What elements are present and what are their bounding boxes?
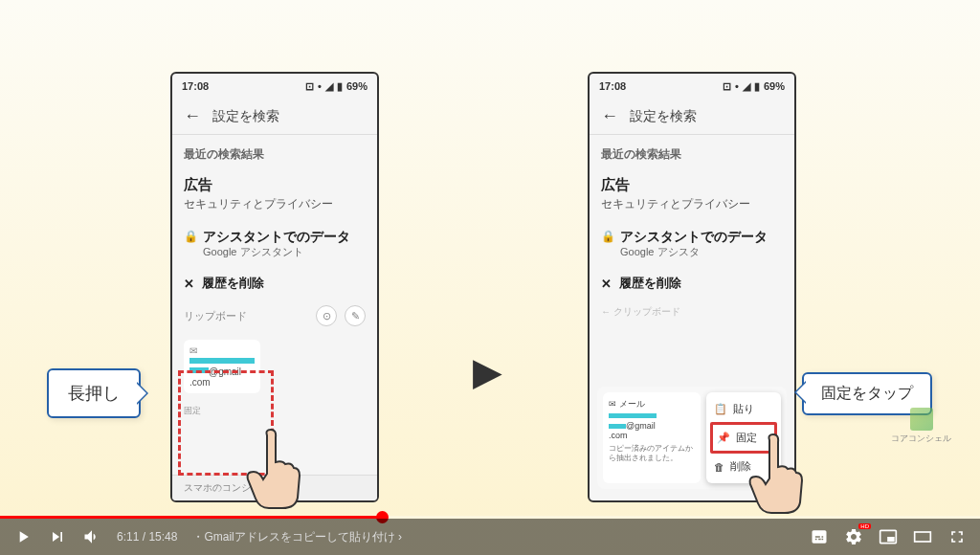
pin-icon: 📌 bbox=[717, 432, 730, 444]
close-icon: ✕ bbox=[184, 277, 194, 291]
result-assistant[interactable]: 🔒 アシスタントでのデータ Google アシスタ bbox=[590, 220, 794, 267]
status-time: 17:08 bbox=[599, 80, 626, 92]
logo-mark-icon bbox=[910, 408, 933, 431]
battery-text: 69% bbox=[764, 80, 785, 92]
callout-text: 固定をタップ bbox=[821, 385, 913, 401]
assistant-sub: Google アシスタ bbox=[620, 245, 768, 259]
section-recent-title: 最近の検索結果 bbox=[590, 135, 794, 168]
phone-screenshot-right: 17:08 ⊡ • ◢ ▮ 69% ← 設定を検索 最近の検索結果 広告 セキュ… bbox=[588, 72, 796, 502]
highlight-dashed-box bbox=[178, 370, 274, 476]
assistant-sub: Google アシスタント bbox=[203, 245, 350, 259]
instagram-icon: ⊡ bbox=[723, 80, 731, 93]
signal-icon: ◢ bbox=[325, 80, 333, 93]
play-button[interactable] bbox=[13, 527, 33, 546]
result-sub: セキュリティとプライバシー bbox=[184, 196, 366, 212]
callout-longpress: 長押し bbox=[47, 368, 141, 418]
search-bar[interactable]: ← 設定を検索 bbox=[172, 99, 377, 135]
instagram-icon: ⊡ bbox=[305, 80, 314, 93]
context-menu: 📋貼り 📌固定 🗑削除 bbox=[706, 392, 781, 483]
battery-text: 69% bbox=[346, 80, 368, 92]
search-input[interactable]: 設定を検索 bbox=[212, 108, 279, 125]
time-display: 6:11 / 15:48 bbox=[117, 530, 177, 544]
signal-icon: ◢ bbox=[743, 80, 750, 93]
result-assistant[interactable]: 🔒 アシスタントでのデータ Google アシスタント bbox=[172, 220, 377, 267]
clear-history[interactable]: ✕ 履歴を削除 bbox=[172, 267, 377, 300]
flow-arrow-icon: ▶ bbox=[473, 349, 502, 393]
search-bar[interactable]: ← 設定を検索 bbox=[590, 99, 794, 135]
mail-icon: ✉ bbox=[189, 345, 255, 356]
trash-icon: 🗑 bbox=[714, 461, 724, 473]
clipboard-panel: ✉ メール @gmail .com コピー済みのアイテムから抽出されました。 📋… bbox=[597, 387, 787, 489]
theater-button[interactable] bbox=[913, 527, 932, 546]
menu-pin[interactable]: 📌固定 bbox=[710, 422, 777, 454]
section-recent-title: 最近の検索結果 bbox=[172, 135, 377, 168]
history-label: 履歴を削除 bbox=[202, 275, 264, 292]
channel-logo: コアコンシェル bbox=[891, 408, 951, 445]
history-label: 履歴を削除 bbox=[619, 275, 681, 292]
mail-label: メール bbox=[619, 399, 645, 409]
video-controls: 6:11 / 15:48 ・Gmailアドレスをコピーして貼り付け › bbox=[0, 519, 980, 555]
status-icons: ⊡ • ◢ ▮ 69% bbox=[723, 80, 785, 93]
paste-icon: 📋 bbox=[714, 403, 727, 415]
volume-button[interactable] bbox=[82, 527, 101, 546]
lock-icon: 🔒 bbox=[184, 230, 197, 243]
callout-text: 長押し bbox=[68, 384, 120, 403]
back-arrow-icon[interactable]: ← bbox=[184, 106, 201, 126]
clipboard-card-mail[interactable]: ✉ メール @gmail .com コピー済みのアイテムから抽出されました。 bbox=[603, 392, 701, 483]
mail-icon: ✉ bbox=[609, 399, 616, 409]
edit-icon[interactable]: ✎ bbox=[345, 305, 366, 326]
chevron-right-icon: › bbox=[398, 530, 402, 544]
lock-icon: 🔒 bbox=[601, 230, 614, 243]
assistant-title: アシスタントでのデータ bbox=[203, 228, 350, 245]
next-button[interactable] bbox=[48, 527, 67, 546]
result-title: 広告 bbox=[601, 176, 783, 194]
clipboard-label: リップボード bbox=[184, 309, 247, 323]
result-ad[interactable]: 広告 セキュリティとプライバシー bbox=[590, 168, 794, 220]
status-bar: 17:08 ⊡ • ◢ ▮ 69% bbox=[590, 74, 794, 99]
dot-icon: • bbox=[318, 80, 322, 92]
logo-text: コアコンシェル bbox=[891, 433, 951, 445]
subtitles-button[interactable] bbox=[810, 527, 829, 546]
close-icon: ✕ bbox=[601, 277, 612, 291]
battery-icon: ▮ bbox=[337, 80, 343, 93]
phone-screenshot-left: 17:08 ⊡ • ◢ ▮ 69% ← 設定を検索 最近の検索結果 広告 セキュ… bbox=[170, 72, 379, 502]
toggle-icon[interactable]: ⊙ bbox=[316, 305, 337, 326]
result-ad[interactable]: 広告 セキュリティとプライバシー bbox=[172, 168, 377, 220]
battery-icon: ▮ bbox=[754, 80, 760, 93]
menu-paste[interactable]: 📋貼り bbox=[710, 396, 777, 422]
assistant-title: アシスタントでのデータ bbox=[620, 228, 768, 245]
fullscreen-button[interactable] bbox=[947, 527, 967, 546]
search-input[interactable]: 設定を検索 bbox=[630, 108, 697, 125]
status-time: 17:08 bbox=[182, 80, 209, 92]
settings-button[interactable] bbox=[844, 527, 863, 546]
copied-note: コピー済みのアイテムから抽出されました。 bbox=[609, 444, 695, 462]
status-bar: 17:08 ⊡ • ◢ ▮ 69% bbox=[172, 74, 377, 99]
svg-rect-0 bbox=[915, 532, 931, 542]
total-time: 15:48 bbox=[148, 530, 177, 544]
back-arrow-icon[interactable]: ← bbox=[601, 106, 618, 126]
video-frame: 17:08 ⊡ • ◢ ▮ 69% ← 設定を検索 最近の検索結果 広告 セキュ… bbox=[0, 0, 980, 555]
clipboard-header: リップボード ⊙ ✎ bbox=[172, 300, 377, 332]
current-time: 6:11 bbox=[117, 530, 139, 544]
status-icons: ⊡ • ◢ ▮ 69% bbox=[305, 80, 368, 93]
bottom-suggestion: スマホのコンシェ bbox=[172, 475, 377, 500]
tutorial-content: 17:08 ⊡ • ◢ ▮ 69% ← 設定を検索 最近の検索結果 広告 セキュ… bbox=[0, 72, 980, 502]
result-sub: セキュリティとプライバシー bbox=[601, 196, 783, 212]
result-title: 広告 bbox=[184, 176, 366, 194]
chapter-title[interactable]: ・Gmailアドレスをコピーして貼り付け › bbox=[192, 529, 402, 545]
miniplayer-button[interactable] bbox=[879, 527, 898, 546]
clipboard-label-faded: ← クリップボード bbox=[590, 300, 794, 324]
menu-delete[interactable]: 🗑削除 bbox=[710, 454, 777, 479]
dot-icon: • bbox=[735, 80, 739, 92]
clear-history[interactable]: ✕ 履歴を削除 bbox=[590, 267, 794, 300]
